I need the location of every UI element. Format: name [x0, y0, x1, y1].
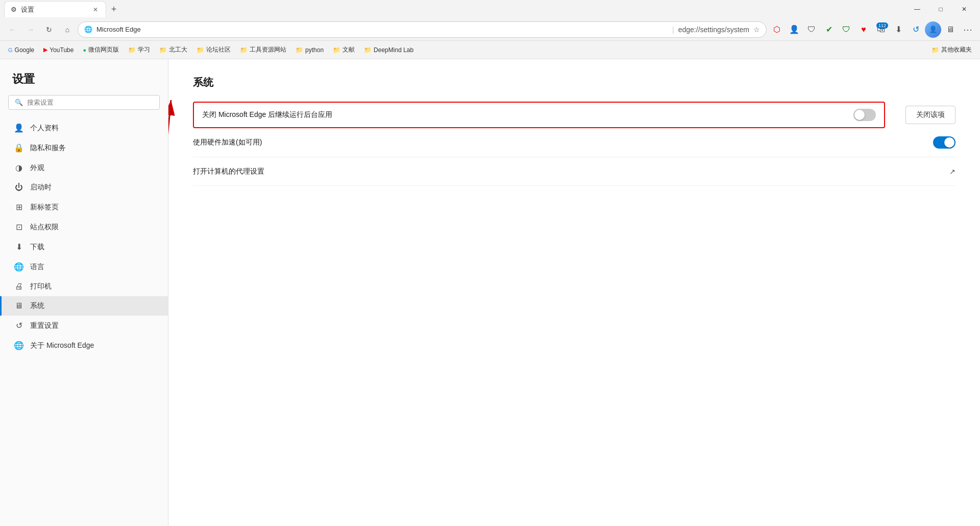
- sidebar-item-label: 重置设置: [30, 321, 59, 330]
- sidebar-item-label: 启动时: [30, 183, 52, 192]
- sidebar-item-label: 打印机: [30, 282, 52, 291]
- sidebar-item-label: 站点权限: [30, 223, 59, 232]
- bookmark-tools-label: 工具资源网站: [250, 45, 286, 54]
- external-link-icon[interactable]: ↗: [949, 168, 955, 176]
- bookmark-python-label: python: [305, 46, 324, 54]
- new-tab-button[interactable]: +: [106, 2, 121, 17]
- sidebar-item-label: 个人资料: [30, 124, 59, 133]
- home-button[interactable]: ⌂: [59, 21, 76, 38]
- sidebar-item-system[interactable]: 🖥 系统: [0, 296, 168, 316]
- youtube-icon: ▶: [43, 46, 47, 53]
- sidebar-item-label: 系统: [30, 301, 44, 310]
- sidebar-item-profile[interactable]: 👤 个人资料: [0, 118, 168, 138]
- appearance-icon: ◑: [14, 163, 24, 173]
- bookmark-python[interactable]: 📁 python: [291, 44, 328, 56]
- sidebar-item-downloads[interactable]: ⬇ 下载: [0, 237, 168, 257]
- cast-button[interactable]: 🖥: [942, 21, 959, 38]
- address-separator: |: [672, 26, 674, 34]
- more-options-button[interactable]: ⋯: [960, 21, 976, 38]
- startup-icon: ⏻: [14, 183, 24, 192]
- sidebar-item-privacy[interactable]: 🔒 隐私和服务: [0, 138, 168, 158]
- bookmark-star-icon[interactable]: ☆: [753, 26, 760, 34]
- sidebar-item-languages[interactable]: 🌐 语言: [0, 257, 168, 277]
- window-controls: — □ ✕: [905, 0, 976, 18]
- folder-icon: 📁: [159, 46, 167, 54]
- background-run-toggle[interactable]: [853, 109, 876, 121]
- sidebar-item-newtab[interactable]: ⊞ 新标签页: [0, 197, 168, 217]
- toggle-thumb: [944, 137, 954, 148]
- toolbar: ← → ↻ ⌂ 🌐 Microsoft Edge | edge://settin…: [0, 18, 980, 41]
- bookmark-youtube[interactable]: ▶ YouTube: [39, 44, 78, 56]
- shield-icon-button[interactable]: 🛡: [803, 21, 820, 38]
- sidebar: 设置 🔍 👤 个人资料 🔒 隐私和服务 ◑ 外观 ⏻ 启动时 ⊞ 新标签页 ⊡ …: [0, 59, 168, 526]
- sidebar-item-printer[interactable]: 🖨 打印机: [0, 277, 168, 296]
- close-button[interactable]: ✕: [952, 0, 976, 18]
- address-bar[interactable]: 🌐 Microsoft Edge | edge://settings/syste…: [78, 21, 767, 38]
- heart-button[interactable]: ♥: [855, 21, 872, 38]
- profile-nav-icon: 👤: [14, 123, 24, 133]
- sidebar-item-startup[interactable]: ⏻ 启动时: [0, 178, 168, 197]
- folder-icon: 📁: [197, 46, 204, 54]
- avatar-initial: 👤: [929, 26, 937, 33]
- extension1-button[interactable]: ✔: [821, 21, 837, 38]
- bookmark-google[interactable]: G Google: [4, 44, 38, 56]
- bookmark-deepmind[interactable]: 📁 DeepMind Lab: [360, 44, 418, 56]
- google-icon: G: [8, 47, 13, 53]
- user-avatar[interactable]: 👤: [925, 21, 941, 38]
- about-icon: 🌐: [14, 341, 24, 350]
- bookmark-wechat[interactable]: ● 微信网页版: [79, 43, 123, 56]
- sidebar-item-reset[interactable]: ↺ 重置设置: [0, 316, 168, 336]
- folder-icon: 📁: [364, 46, 372, 54]
- search-settings-input[interactable]: [27, 99, 153, 106]
- bookmark-google-label: Google: [15, 46, 35, 54]
- downloads-icon: ⬇: [14, 242, 24, 252]
- edge-rewards-button[interactable]: ↺: [908, 21, 924, 38]
- bookmark-beida[interactable]: 📁 北工大: [155, 43, 191, 56]
- titlebar: ⚙ 设置 ✕ + — □ ✕: [0, 0, 980, 18]
- toggle-thumb: [854, 110, 865, 120]
- permissions-icon: ⊡: [14, 222, 24, 232]
- settings-page-title: 设置: [0, 71, 168, 95]
- forward-button[interactable]: →: [22, 21, 39, 38]
- close-tab-button[interactable]: ✕: [91, 6, 100, 14]
- folder-icon: 📁: [296, 46, 303, 54]
- sidebar-item-appearance[interactable]: ◑ 外观: [0, 158, 168, 178]
- bookmark-study[interactable]: 📁 学习: [124, 43, 154, 56]
- active-tab[interactable]: ⚙ 设置 ✕: [4, 1, 106, 17]
- sidebar-item-about[interactable]: 🌐 关于 Microsoft Edge: [0, 336, 168, 355]
- profile-icon-button[interactable]: 👤: [786, 21, 802, 38]
- minimize-button[interactable]: —: [905, 0, 929, 18]
- edge-logo-icon: 🌐: [84, 26, 92, 33]
- maximize-button[interactable]: □: [929, 0, 952, 18]
- address-prefix: Microsoft Edge: [96, 26, 668, 33]
- search-settings-box[interactable]: 🔍: [8, 95, 160, 110]
- bookmark-wechat-label: 微信网页版: [88, 45, 119, 54]
- sidebar-item-permissions[interactable]: ⊡ 站点权限: [0, 217, 168, 237]
- vpn-button[interactable]: 🛡: [838, 21, 854, 38]
- languages-icon: 🌐: [14, 262, 24, 272]
- bookmark-youtube-label: YouTube: [50, 46, 74, 54]
- proxy-label: 打开计算机的代理设置: [193, 167, 949, 176]
- bookmark-literature[interactable]: 📁 文献: [329, 43, 359, 56]
- download-button[interactable]: ⬇: [890, 21, 906, 38]
- back-button[interactable]: ←: [4, 21, 20, 38]
- hardware-accel-label: 使用硬件加速(如可用): [193, 138, 933, 147]
- shopping-button[interactable]: 🛍 112: [873, 21, 889, 38]
- sidebar-item-label: 新标签页: [30, 203, 59, 212]
- hardware-accel-toggle[interactable]: [933, 136, 955, 149]
- system-icon: 🖥: [14, 301, 24, 310]
- background-run-setting-row: 关闭 Microsoft Edge 后继续运行后台应用: [193, 102, 885, 128]
- close-item-button[interactable]: 关闭该项: [905, 106, 955, 124]
- lock-icon: 🔒: [14, 143, 24, 153]
- bookmark-tools[interactable]: 📁 工具资源网站: [236, 43, 290, 56]
- bookmark-forum-label: 论坛社区: [206, 45, 231, 54]
- sidebar-item-label: 关于 Microsoft Edge: [30, 341, 94, 350]
- folder-icon: 📁: [932, 46, 939, 54]
- extensions-button[interactable]: ⬡: [769, 21, 785, 38]
- refresh-button[interactable]: ↻: [41, 21, 57, 38]
- printer-icon: 🖨: [14, 282, 24, 291]
- proxy-setting-row: 打开计算机的代理设置 ↗: [193, 157, 955, 186]
- bookmark-forum[interactable]: 📁 论坛社区: [192, 43, 235, 56]
- other-bookmarks[interactable]: 📁 其他收藏夹: [927, 43, 976, 56]
- sidebar-item-label: 语言: [30, 262, 44, 272]
